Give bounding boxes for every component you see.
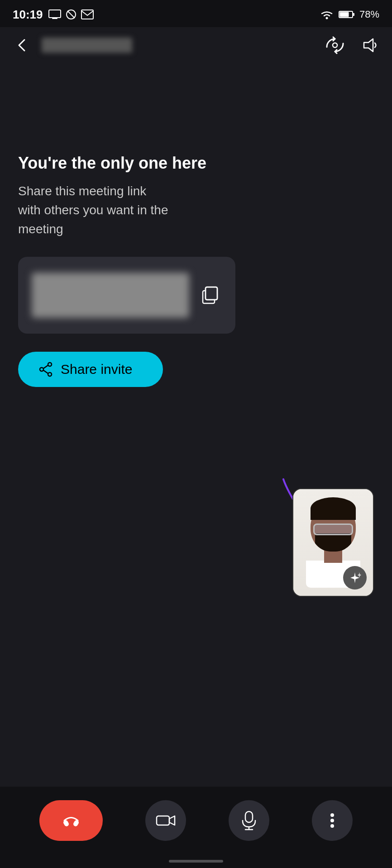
- mic-button[interactable]: [229, 800, 269, 841]
- mic-icon: [241, 811, 257, 830]
- status-time: 10:19: [13, 8, 43, 22]
- only-one-heading: You're the only one here: [18, 154, 374, 173]
- camera-button[interactable]: [145, 800, 186, 841]
- end-call-button[interactable]: [39, 800, 103, 841]
- svg-point-29: [330, 824, 334, 828]
- svg-rect-7: [353, 13, 354, 16]
- svg-rect-1: [52, 18, 57, 19]
- battery-icon: [339, 10, 355, 19]
- more-button[interactable]: [312, 800, 353, 841]
- meeting-link-box: [18, 257, 235, 334]
- effects-button[interactable]: [343, 566, 367, 590]
- share-invite-button[interactable]: Share invite: [18, 352, 163, 387]
- camera-icon: [156, 812, 176, 829]
- back-button[interactable]: [11, 34, 33, 56]
- screen-icon: [48, 9, 61, 19]
- wifi-icon: [320, 9, 334, 20]
- main-content: You're the only one here Share this meet…: [0, 63, 392, 387]
- svg-point-5: [325, 17, 328, 19]
- svg-point-14: [48, 363, 52, 366]
- audio-button[interactable]: [359, 34, 381, 56]
- nav-right: [324, 34, 381, 56]
- audio-icon: [361, 36, 379, 54]
- svg-marker-10: [364, 39, 373, 52]
- share-description: Share this meeting linkwith others you w…: [18, 182, 217, 239]
- end-call-icon: [61, 810, 81, 831]
- home-indicator: [169, 860, 223, 863]
- svg-rect-23: [157, 816, 169, 825]
- copy-link-button[interactable]: [198, 283, 222, 307]
- nav-bar: [0, 27, 392, 63]
- status-right: 78%: [320, 9, 379, 20]
- gmail-icon: [81, 9, 94, 19]
- meeting-title: [42, 38, 132, 53]
- svg-rect-0: [49, 10, 61, 18]
- status-bar: 10:19: [0, 0, 392, 27]
- back-arrow-icon: [14, 37, 30, 53]
- self-video-preview: [292, 488, 374, 597]
- svg-line-3: [67, 11, 75, 18]
- svg-rect-24: [245, 811, 253, 822]
- svg-point-16: [40, 368, 43, 371]
- svg-point-15: [48, 373, 52, 376]
- status-left: 10:19: [13, 8, 94, 22]
- bottom-controls: [0, 787, 392, 868]
- share-icon: [38, 362, 53, 377]
- share-invite-label: Share invite: [61, 362, 132, 377]
- switch-camera-button[interactable]: [324, 34, 346, 56]
- dnd-icon: [66, 9, 76, 20]
- nav-left: [11, 34, 132, 56]
- svg-point-28: [330, 819, 334, 822]
- status-icons: [48, 9, 94, 20]
- svg-rect-8: [339, 12, 349, 17]
- meeting-link-blurred: [32, 273, 189, 318]
- svg-rect-12: [206, 287, 217, 300]
- copy-icon: [200, 285, 220, 305]
- sparkle-icon: [348, 571, 362, 585]
- svg-point-9: [333, 43, 337, 47]
- more-icon: [322, 811, 342, 830]
- battery-percentage: 78%: [359, 9, 379, 20]
- svg-line-17: [43, 365, 48, 368]
- switch-camera-icon: [325, 36, 345, 54]
- svg-line-18: [43, 370, 48, 373]
- svg-rect-4: [81, 10, 93, 19]
- svg-point-27: [330, 813, 334, 817]
